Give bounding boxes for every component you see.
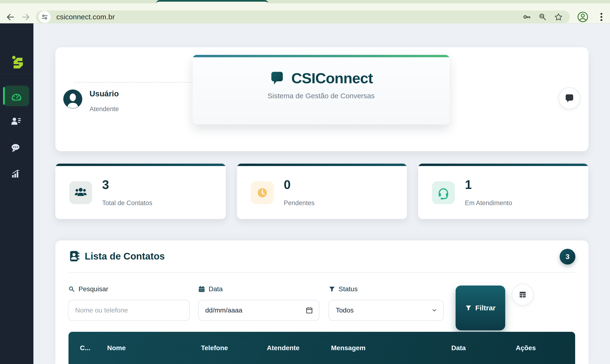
contacts-divider xyxy=(68,273,575,273)
app-accent-bar xyxy=(193,55,450,57)
stat-card-in-service: 1 Em Atendimento xyxy=(418,164,588,219)
active-indicator xyxy=(3,87,5,105)
back-icon[interactable] xyxy=(5,12,14,22)
search-icon xyxy=(68,286,75,293)
calendar-icon xyxy=(198,286,205,293)
chat-launcher-button[interactable] xyxy=(558,87,580,109)
stat-card-total-contacts: 3 Total de Contatos xyxy=(55,164,226,219)
date-label: Data xyxy=(209,285,223,293)
password-key-icon[interactable] xyxy=(523,13,531,21)
table-grid-icon xyxy=(518,290,527,299)
table-view-button[interactable] xyxy=(512,284,534,306)
zoom-out-icon[interactable] xyxy=(538,13,547,21)
stat-iconbox xyxy=(69,181,92,204)
contacts-title: Lista de Contatos xyxy=(85,251,165,262)
status-select[interactable]: Todos xyxy=(329,300,444,321)
stat-card-pending: 0 Pendentes xyxy=(237,164,407,219)
csi-logo-icon[interactable] xyxy=(9,54,24,70)
date-input[interactable]: dd/mm/aaaa xyxy=(198,300,319,321)
filter-funnel-icon xyxy=(329,286,335,292)
search-label-row: Pesquisar xyxy=(68,285,108,293)
filter-button-label: Filtrar xyxy=(475,304,495,312)
sidebar-item-conversations[interactable] xyxy=(11,143,22,154)
filter-funnel-icon xyxy=(465,305,472,311)
avatar xyxy=(63,90,82,108)
date-label-row: Data xyxy=(198,285,223,293)
search-input[interactable] xyxy=(68,300,190,321)
app-banner-card: CSIConnect Sistema de Gestão de Conversa… xyxy=(193,55,450,125)
stat-iconbox xyxy=(432,181,455,204)
clock-icon xyxy=(256,186,269,199)
user-role: Atendente xyxy=(90,105,119,113)
browser-toolbar: csiconnect.com.br xyxy=(0,3,610,23)
column-header[interactable]: Data xyxy=(451,344,516,352)
stat-accent-bar xyxy=(237,164,407,166)
search-label: Pesquisar xyxy=(79,285,108,293)
stat-value: 0 xyxy=(284,178,291,192)
sidebar-item-contacts[interactable] xyxy=(11,116,22,127)
profile-icon[interactable] xyxy=(577,11,588,23)
filter-button[interactable]: Filtrar xyxy=(456,286,505,330)
stat-label: Em Atendimento xyxy=(465,199,512,207)
status-selected-value: Todos xyxy=(336,307,354,314)
browser-menu-icon[interactable] xyxy=(597,11,606,23)
people-group-icon xyxy=(74,186,87,199)
stat-label: Pendentes xyxy=(284,199,315,207)
contact-book-icon xyxy=(68,250,80,262)
chevron-down-icon xyxy=(431,307,438,313)
stat-value: 3 xyxy=(102,178,109,192)
app-screen: csiconnect.com.br xyxy=(0,0,610,364)
header-card: Usuário Atendente CSIConnect Sistema de … xyxy=(55,47,588,151)
chat-bubble-icon xyxy=(564,93,574,103)
bookmark-star-icon[interactable] xyxy=(554,13,563,21)
column-header[interactable]: C... xyxy=(80,344,107,352)
url-text[interactable]: csiconnect.com.br xyxy=(56,11,115,23)
site-settings-button[interactable] xyxy=(39,11,51,23)
column-header[interactable]: Atendente xyxy=(267,344,331,352)
sidebar-item-reports[interactable] xyxy=(11,169,22,180)
browser-tabstrip xyxy=(0,0,610,3)
date-picker-icon[interactable] xyxy=(305,307,313,314)
avatar-icon xyxy=(63,90,82,108)
stat-accent-bar xyxy=(55,164,226,166)
stat-iconbox xyxy=(251,181,274,204)
sidebar-divider xyxy=(0,74,33,74)
contacts-card: Lista de Contatos 3 Pesquisar Data xyxy=(55,240,588,364)
date-placeholder: dd/mm/aaaa xyxy=(205,307,242,314)
headset-icon xyxy=(437,186,450,199)
url-bar[interactable]: csiconnect.com.br xyxy=(36,11,570,23)
stat-value: 1 xyxy=(465,178,472,192)
column-header[interactable]: Nome xyxy=(107,344,201,352)
column-header[interactable]: Ações xyxy=(516,344,575,352)
column-header[interactable]: Mensagem xyxy=(331,344,451,352)
app-title: CSIConnect xyxy=(292,70,373,87)
contacts-table-header: C... Nome Telefone Atendente Mensagem Da… xyxy=(68,332,575,364)
app-subtitle: Sistema de Gestão de Conversas xyxy=(193,92,450,100)
site-settings-icon xyxy=(41,13,48,21)
sidebar xyxy=(0,23,33,364)
stat-label: Total de Contatos xyxy=(102,199,152,207)
forward-icon[interactable] xyxy=(22,12,31,22)
stat-accent-bar xyxy=(418,164,588,166)
user-name: Usuário xyxy=(90,89,119,98)
app-chat-icon xyxy=(269,71,285,86)
status-label-row: Status xyxy=(329,285,358,293)
contacts-count-badge: 3 xyxy=(560,249,575,264)
gauge-icon xyxy=(11,90,22,102)
column-header[interactable]: Telefone xyxy=(201,344,267,352)
sidebar-item-dashboard[interactable] xyxy=(4,86,29,106)
active-tab[interactable] xyxy=(156,0,268,3)
status-label: Status xyxy=(339,285,358,293)
